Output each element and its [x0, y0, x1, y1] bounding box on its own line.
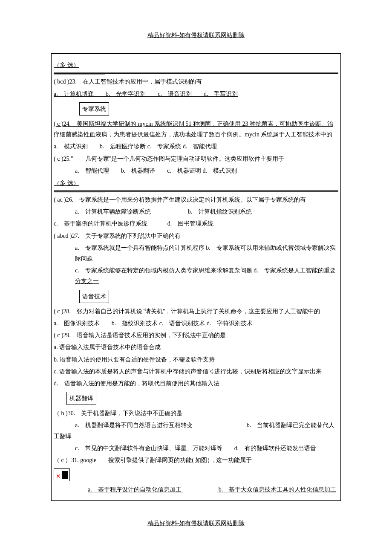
multi-select-text: （多 选）: [54, 62, 79, 68]
divider: [54, 191, 338, 192]
divider: [54, 73, 338, 74]
q25-stem: ( c )25." 几何专家"是一个几何动态作图与定理自动证明软件。这类应用软件…: [54, 153, 338, 164]
q30-stem: （ b )30. 关于机器翻译，下列说法中不正确的是: [54, 408, 338, 419]
q31-stem: （ c ）31. google 搜索引擎提供了翻译网页的功能( 如图）, 这一功…: [54, 455, 338, 465]
section-machine-translation: 机器翻译: [66, 392, 96, 405]
multi-select-label: （多 选）: [54, 60, 338, 70]
q30-ab: a. 机器翻译是将不同自然语言进行互相转变 b. 当前机器翻译已完全能替代人工翻…: [54, 420, 338, 441]
q26-opt-b: b. 计算机指纹识别系统: [188, 208, 252, 215]
q26-ab: a. 计算机车辆故障诊断系统 b. 计算机指纹识别系统: [54, 206, 338, 217]
q31-ab: a. 基于程序设计的自动化信息加工 b. 基于大众信息技术工具的人性化信息加工: [54, 484, 338, 495]
broken-image-icon: [54, 468, 70, 481]
q28-stem: ( c )28. 张力对着自己的计算机说"请关机"，计算机马上执行了关机命令，这…: [54, 306, 338, 317]
q29-opt-d: d. 语音输入法的使用是万能的，将取代目前使用的其他输入法: [54, 378, 338, 389]
q29-opt-a: a. 语音输入法属于语音技术中的语音合成: [54, 342, 338, 353]
divider: [54, 72, 338, 72]
divider: [54, 190, 338, 191]
q26-stem: ( ac )26. 专家系统是一个用来分析数据并产生建议或决定的计算机系统。以下…: [54, 194, 338, 205]
multi-select-label-2: （多 选）: [54, 178, 338, 188]
page-footer: 精品好资料-如有侵权请联系网站删除: [51, 518, 341, 529]
q25-options: a. 智能代理 b. 机器翻译 c. 机器证明 d. 模式识别: [54, 165, 338, 176]
q27-cd: c. 专家系统能够在特定的领域内模仿人类专家思维来求解复杂问题 d. 专家系统是…: [54, 265, 338, 286]
page-header: 精品好资料-如有侵权请联系网站删除: [51, 30, 341, 40]
q24-stem: ( c )24. 美国斯坦福大学研制的 mycin 系统能识别 51 种病菌，正…: [54, 119, 338, 140]
q31-opt-b: b. 基于大众信息技术工具的人性化信息加工: [219, 486, 337, 493]
section-expert-system: 专家系统: [79, 102, 109, 116]
q26-opt-a: a. 计算机车辆故障诊断系统: [54, 208, 151, 215]
page-root: 精品好资料-如有侵权请联系网站删除 （多 选） ( bcd )23. 在人工智能…: [0, 0, 392, 546]
section-voice-tech: 语音技术: [79, 290, 109, 303]
q31-image: [54, 467, 338, 483]
q27-ab: a. 专家系统就是一个具有智能特点的计算机程序 b. 专家系统可以用来辅助或代替…: [54, 243, 338, 264]
multi-select-text-2: （多 选）: [54, 180, 79, 186]
main-content: （多 选） ( bcd )23. 在人工智能技术的应用中，属于模式识别的有 a.…: [51, 53, 341, 501]
q23-stem: ( bcd )23. 在人工智能技术的应用中，属于模式识别的有: [54, 76, 338, 87]
divider-short: [54, 75, 105, 75]
divider-short: [54, 193, 105, 193]
q29-stem: ( c )29. 语音输入法是语音技术应用的实例，下列说法中正确的是: [54, 330, 338, 341]
q28-options: a. 图像识别技术 b. 指纹识别技术 c. 语音识别技术 d. 字符识别技术: [54, 318, 338, 329]
q24-options: a. 模式识别 b. 远程医疗诊断 c. 专家系统 d. 智能代理: [54, 141, 338, 152]
q29-opt-b: b. 语音输入法的使用只要有合适的硬件设备，不需要软件支持: [54, 354, 338, 365]
q31-opt-a: a. 基于程序设计的自动化信息加工: [88, 486, 182, 493]
q26-opt-c: c. 基于案例的计算机中医诊疗系统: [54, 220, 147, 227]
q29-opt-c: c. 语音输入法的本质是将人的声音与计算机中存储的声音信号进行比较，识别后将相应…: [54, 366, 338, 377]
q27-stem: ( abcd )27. 关于专家系统的下列说法中正确的有: [54, 231, 338, 241]
q30-cd: c. 常见的中文翻译软件有金山快译、译星、万能对译等 d. 有的翻译软件还能发出…: [54, 443, 338, 454]
q30-opt-a: a. 机器翻译是将不同自然语言进行互相转变: [54, 422, 193, 428]
q26-cd: c. 基于案例的计算机中医诊疗系统 d. 图书管理系统: [54, 218, 338, 229]
q26-opt-d: d. 图书管理系统: [167, 220, 214, 227]
q23-options: a. 计算机博弈 b. 光学字识别 c. 语音识别 d. 手写识别: [54, 89, 338, 99]
